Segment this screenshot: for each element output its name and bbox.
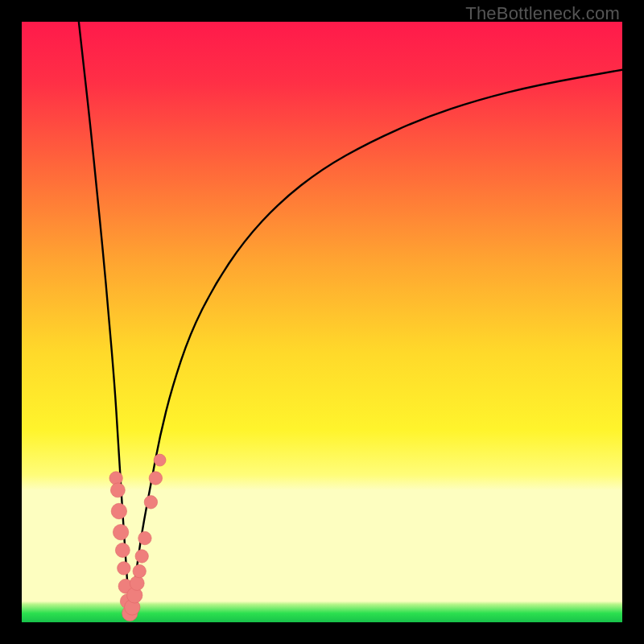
marker-0 [109, 472, 122, 485]
marker-11 [130, 576, 144, 591]
marker-13 [135, 550, 148, 563]
marker-5 [118, 562, 130, 575]
marker-12 [133, 564, 146, 577]
marker-4 [115, 543, 130, 558]
plot-area [22, 22, 622, 622]
watermark-text: TheBottleneck.com [465, 3, 620, 24]
marker-1 [110, 483, 125, 497]
marker-3 [113, 524, 128, 539]
outer-black-frame: TheBottleneck.com [0, 0, 644, 644]
chart-svg [22, 22, 622, 622]
marker-14 [138, 531, 151, 544]
marker-15 [144, 496, 157, 509]
marker-16 [149, 472, 162, 485]
gradient-background [22, 22, 622, 622]
marker-17 [154, 454, 166, 466]
marker-2 [111, 503, 126, 518]
